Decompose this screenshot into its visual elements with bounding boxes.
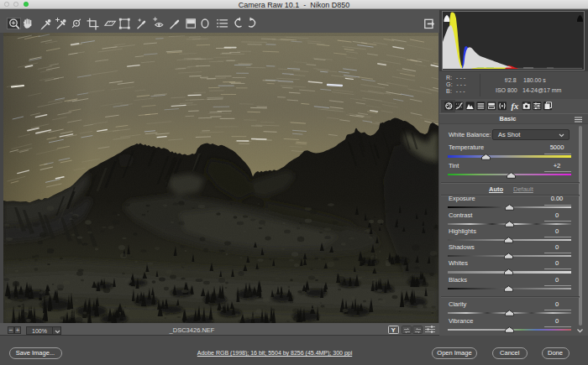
svg-text:fx: fx <box>512 102 519 111</box>
